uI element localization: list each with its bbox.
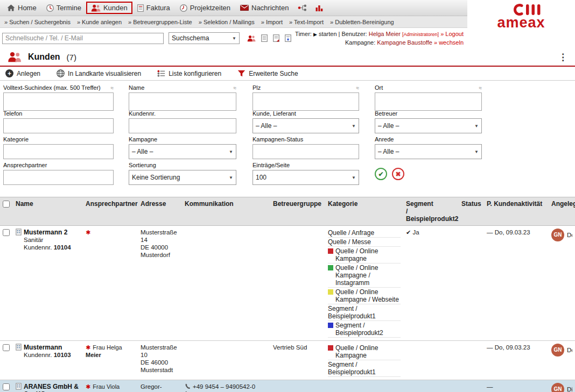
suchschema-select[interactable]: Suchschema ▼ bbox=[169, 32, 240, 44]
plus-icon: + bbox=[5, 69, 13, 77]
column-header-angelegt[interactable]: Angelegt bbox=[549, 197, 575, 226]
column-header-aktivitaet[interactable]: P. Kundenaktivität bbox=[484, 197, 549, 226]
plz-label: Plz bbox=[253, 84, 261, 91]
customer-row-aranes[interactable]: ARANES GmbH & Co. KG ✱ Frau Viola Rotttm… bbox=[0, 380, 575, 392]
column-header-adresse[interactable]: Adresse bbox=[138, 197, 182, 226]
nav-projektzeiten-label: Projektzeiten bbox=[190, 4, 230, 12]
nav-item-nachrichten[interactable]: Nachrichten bbox=[235, 2, 293, 14]
nav-item-projektzeiten[interactable]: Projektzeiten bbox=[175, 2, 235, 14]
kundennr-label: Kundennr. bbox=[24, 244, 52, 251]
customer-row-mustermann[interactable]: Mustermann Kundennr. 10103 ✱ Frau Helga … bbox=[0, 341, 575, 380]
kampagnen-status-label: Kampagnen-Status bbox=[253, 136, 303, 142]
field-anrede: Anrede – Alle – ▼ bbox=[375, 136, 482, 159]
quick-actions bbox=[247, 34, 291, 42]
address-cell: Gregor-Meyer-Str. 19 DE 93089 Aufhausen … bbox=[138, 380, 182, 392]
row-checkbox[interactable] bbox=[3, 344, 10, 351]
workflow-icon-button[interactable] bbox=[293, 2, 311, 13]
category-color-swatch bbox=[328, 289, 333, 295]
ansprechpartner-input[interactable] bbox=[3, 170, 114, 185]
column-header-kategorie[interactable]: Kategorie bbox=[325, 197, 403, 226]
chevron-down-icon: ▼ bbox=[352, 175, 356, 180]
liste-konfigurieren-button[interactable]: Liste konfigurieren bbox=[157, 70, 221, 77]
sortierung-select[interactable]: Keine Sortierung ▼ bbox=[129, 170, 236, 185]
customer-row-mustermann-2[interactable]: Mustermann 2 Sanitär Kundennr. 10104 ✱ M… bbox=[0, 226, 575, 341]
nav-item-home[interactable]: Home bbox=[2, 2, 41, 14]
nav-item-kunden[interactable]: Kunden bbox=[86, 2, 132, 14]
field-ort: Ort≈ bbox=[375, 84, 482, 111]
subnav-kunde-anlegen[interactable]: » Kunde anlegen bbox=[77, 19, 122, 25]
column-header-ansprechpartner[interactable]: Ansprechpartner bbox=[83, 197, 138, 226]
customer-name[interactable]: Mustermann 2 bbox=[24, 229, 67, 236]
column-header-segment[interactable]: Segment / Beispielprodukt2 bbox=[403, 197, 459, 226]
add-contact-icon[interactable]: ✱ bbox=[86, 229, 90, 236]
globe-icon bbox=[57, 69, 65, 77]
subnav-suchen-suchergebnis[interactable]: » Suchen / Suchergebnis bbox=[4, 19, 71, 25]
plz-input[interactable] bbox=[253, 92, 359, 111]
telefon-input[interactable] bbox=[3, 118, 114, 133]
anrede-select[interactable]: – Alle – ▼ bbox=[375, 144, 482, 159]
user-name[interactable]: Helga Meier bbox=[369, 31, 401, 37]
timer-label: Timer: bbox=[295, 31, 312, 37]
column-header-kommunikation[interactable]: Kommunikation bbox=[182, 197, 270, 226]
quick-search-input[interactable] bbox=[2, 33, 164, 44]
kategorie-label: Kategorie bbox=[3, 136, 29, 142]
kebab-menu-icon[interactable]: ⋮ bbox=[558, 52, 567, 63]
landkarte-button[interactable]: In Landkarte visualisieren bbox=[57, 69, 141, 77]
contact[interactable]: ✱ Frau Helga Meier bbox=[86, 344, 135, 359]
nav-item-termine[interactable]: Termine bbox=[41, 2, 86, 14]
nav-item-faktura[interactable]: Faktura bbox=[132, 2, 175, 14]
document-blue-icon-button[interactable] bbox=[285, 34, 291, 42]
column-header-name[interactable]: Name bbox=[13, 197, 83, 226]
address-line: DE 40000 Musterdorf bbox=[141, 244, 179, 259]
kampagnen-status-input[interactable] bbox=[253, 144, 359, 159]
field-sortierung: Sortierung Keine Sortierung ▼ bbox=[129, 162, 236, 185]
clock-icon bbox=[46, 4, 54, 12]
chevron-down-icon: ▼ bbox=[229, 175, 233, 180]
angelegt-text: Di bbox=[567, 386, 572, 392]
logout-link[interactable]: Logout bbox=[445, 31, 464, 37]
subnav-betreuergruppen-liste[interactable]: » Betreuergruppen-Liste bbox=[128, 19, 192, 25]
name-input[interactable] bbox=[129, 92, 236, 111]
search-reset-button[interactable]: ✖ bbox=[392, 168, 404, 180]
contact[interactable]: ✱ Frau Viola Rotttmeier bbox=[86, 383, 135, 392]
document-icon-button[interactable] bbox=[261, 34, 268, 42]
add-contact-icon: ✱ bbox=[86, 383, 90, 390]
select-all-checkbox[interactable] bbox=[3, 201, 10, 208]
search-submit-button[interactable]: ✔ bbox=[375, 168, 387, 180]
customer-number: Kundennr. 10104 bbox=[16, 244, 80, 251]
column-header-betreuergruppe[interactable]: Betreuergruppe bbox=[270, 197, 325, 226]
kunde-lieferant-select[interactable]: – Alle – ▼ bbox=[253, 118, 359, 133]
phone-line[interactable]: +49 9454 – 9490542-0 bbox=[185, 383, 268, 390]
kategorie-input[interactable] bbox=[3, 144, 114, 159]
kundennr-input[interactable] bbox=[129, 118, 236, 133]
column-header-status[interactable]: Status bbox=[459, 197, 484, 226]
document-red-icon-button[interactable] bbox=[273, 34, 279, 42]
betreuer-select[interactable]: – Alle – ▼ bbox=[375, 118, 482, 133]
kundennr-label: Kundennr. bbox=[129, 110, 156, 117]
subnav-text-import[interactable]: » Text-Import bbox=[289, 19, 324, 25]
eintraege-select[interactable]: 100 ▼ bbox=[253, 170, 359, 185]
add-contact-icon: ✱ bbox=[86, 344, 90, 351]
nav-nachrichten-label: Nachrichten bbox=[251, 4, 289, 12]
kampagne-wechseln-link[interactable]: wechseln bbox=[439, 39, 464, 46]
subnav-selektion-mailings[interactable]: » Selektion / Mailings bbox=[199, 19, 255, 25]
timer-start-link[interactable]: starten bbox=[319, 31, 337, 37]
kategorie-cell: Quelle / Online Kampagne Segment / Beisp… bbox=[325, 341, 403, 380]
kampagne-select[interactable]: – Alle – ▼ bbox=[129, 144, 236, 159]
subnav-import[interactable]: » Import bbox=[261, 19, 283, 25]
anlegen-button[interactable]: + Anlegen bbox=[5, 69, 40, 77]
row-checkbox[interactable] bbox=[3, 229, 10, 236]
customer-name[interactable]: ARANES GmbH & Co. KG bbox=[24, 383, 80, 392]
volltext-input[interactable] bbox=[3, 92, 114, 111]
customer-name[interactable]: Mustermann bbox=[24, 344, 62, 351]
chart-icon-button[interactable] bbox=[311, 2, 327, 13]
ort-input[interactable] bbox=[375, 92, 482, 111]
subnav-dubletten-bereinigung[interactable]: » Dubletten-Bereinigung bbox=[330, 19, 394, 25]
anrede-label: Anrede bbox=[375, 136, 394, 142]
phone-icon bbox=[185, 383, 191, 389]
erweiterte-suche-button[interactable]: Erweiterte Suche bbox=[237, 70, 298, 77]
list-settings-icon bbox=[157, 70, 165, 77]
category-label: Quelle / Messe bbox=[328, 238, 401, 246]
contacts-icon-button[interactable] bbox=[247, 35, 256, 42]
row-checkbox[interactable] bbox=[3, 383, 10, 390]
